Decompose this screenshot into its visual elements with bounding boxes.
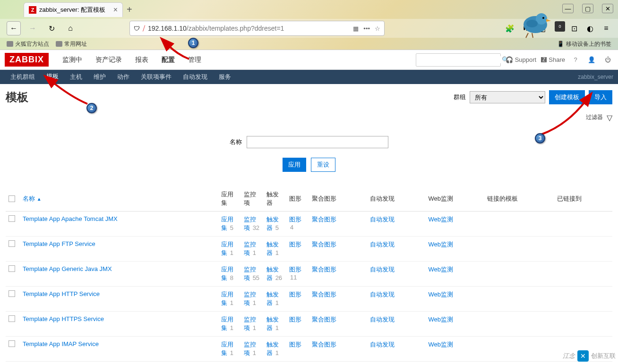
th-linkedto: 已链接到 — [554, 186, 612, 212]
cell-link[interactable]: 自动发现 — [370, 291, 395, 298]
subnav-hosts[interactable]: 主机 — [64, 69, 88, 85]
support-link[interactable]: 🎧 Support — [506, 56, 537, 63]
forward-button[interactable]: → — [26, 21, 40, 35]
logout-icon[interactable]: ⏻ — [602, 54, 613, 66]
pocket-icon[interactable]: ◐ — [585, 23, 595, 34]
cell-link[interactable]: 聚合图形 — [312, 241, 336, 248]
table-row: Template App IMAP Service 应用集 1 监控项 1 触发… — [6, 337, 612, 362]
qr-icon[interactable]: ▦ — [353, 25, 359, 32]
row-checkbox[interactable] — [9, 290, 15, 297]
create-template-button[interactable]: 创建模板 — [549, 90, 585, 104]
row-checkbox[interactable] — [9, 215, 15, 222]
subnav-maintenance[interactable]: 维护 — [88, 69, 112, 85]
filter-icon[interactable]: ▽ — [607, 113, 612, 122]
subnav-services[interactable]: 服务 — [213, 69, 237, 85]
zabbix-logo[interactable]: ZABBIX — [5, 53, 49, 67]
help-icon[interactable]: ? — [570, 54, 581, 66]
maximize-button[interactable]: ▢ — [582, 4, 593, 13]
cell-link[interactable]: 聚合图形 — [312, 316, 336, 323]
template-name-link[interactable]: Template App Apache Tomcat JMX — [23, 215, 118, 222]
browser-tab[interactable]: Z zabbix_server: 配置模板 × — [24, 2, 123, 17]
cell-link[interactable]: 图形 — [289, 216, 301, 223]
cell-link[interactable]: Web监测 — [428, 216, 453, 223]
mobile-icon: 📱 — [557, 41, 564, 47]
cell-link[interactable]: 聚合图形 — [312, 266, 336, 273]
new-tab-button[interactable]: + — [127, 4, 132, 15]
cell-link[interactable]: 图形 — [289, 291, 301, 298]
z-icon: Z — [541, 57, 547, 62]
cell-link[interactable]: 自动发现 — [370, 216, 395, 223]
close-window-button[interactable]: ✕ — [602, 4, 613, 13]
sort-name[interactable]: 名称 ▲ — [23, 195, 42, 202]
row-checkbox[interactable] — [9, 240, 15, 247]
cell-link[interactable]: 聚合图形 — [312, 216, 336, 223]
cell-link[interactable]: 图形 — [289, 266, 301, 273]
minimize-button[interactable]: — — [562, 4, 574, 13]
search-input[interactable] — [416, 56, 502, 63]
cell-link[interactable]: 自动发现 — [370, 316, 395, 323]
nav-monitoring[interactable]: 监测中 — [56, 50, 89, 70]
template-name-link[interactable]: Template App HTTP Service — [23, 290, 100, 297]
import-button[interactable]: 导入 — [589, 90, 612, 104]
template-name-link[interactable]: Template App IMAP Service — [23, 340, 99, 347]
bookmark-firefox[interactable]: 火狐官方站点 — [7, 40, 49, 48]
table-row: Template App LDAP Service 应用集 1 监控项 1 触发… — [6, 362, 612, 364]
filter-apply-button[interactable]: 应用 — [283, 158, 306, 172]
cell-link[interactable]: Web监测 — [428, 266, 453, 273]
nav-configuration[interactable]: 配置 — [155, 50, 181, 70]
more-icon[interactable]: ••• — [363, 25, 370, 32]
bookmark-mobile[interactable]: 📱 移动设备上的书签 — [557, 40, 611, 48]
reload-button[interactable]: ↻ — [44, 21, 59, 35]
subnav-discovery[interactable]: 自动发现 — [177, 69, 213, 85]
shield-icon[interactable]: 🛡 — [134, 25, 140, 32]
cell-link[interactable]: 图形 — [289, 341, 301, 348]
template-name-link[interactable]: Template App Generic Java JMX — [23, 265, 112, 272]
nav-inventory[interactable]: 资产记录 — [89, 50, 129, 70]
cell-link[interactable]: Web监测 — [428, 341, 453, 348]
nav-administration[interactable]: 管理 — [181, 50, 208, 70]
template-name-link[interactable]: Template App FTP Service — [23, 240, 95, 247]
server-name: zabbix_server — [578, 74, 613, 80]
cell-link[interactable]: 图形 — [289, 241, 301, 248]
row-checkbox[interactable] — [9, 315, 15, 322]
home-button[interactable]: ⌂ — [63, 21, 77, 35]
row-checkbox[interactable] — [9, 340, 15, 347]
group-select[interactable]: 所有 — [470, 91, 545, 103]
subnav-actions[interactable]: 动作 — [112, 69, 135, 85]
filter-text[interactable]: 过滤器 — [586, 113, 603, 122]
share-link[interactable]: Z Share — [541, 56, 565, 63]
cell-link[interactable]: 自动发现 — [370, 241, 395, 248]
subnav-correlation[interactable]: 关联项事件 — [135, 69, 177, 85]
cell-link[interactable]: 聚合图形 — [312, 341, 336, 348]
filter-reset-button[interactable]: 重设 — [311, 158, 335, 172]
cell-link[interactable]: 图形 — [289, 316, 301, 323]
close-tab-icon[interactable]: × — [113, 6, 118, 14]
url-bar[interactable]: 🛡 ⧸ 192.168.1.10/zabbix/templates.php?dd… — [129, 21, 385, 36]
cell-link[interactable]: Web监测 — [428, 316, 453, 323]
extension-icon[interactable]: 🧩 — [505, 23, 515, 34]
group-label: 群组 — [454, 93, 466, 102]
watermark-logo-icon: ✕ — [577, 350, 589, 362]
container-icon[interactable]: ⊡ — [569, 23, 579, 34]
tab-favicon: Z — [29, 6, 36, 14]
subnav-templates[interactable]: 模板 — [41, 69, 64, 85]
select-all-checkbox[interactable] — [9, 195, 15, 202]
cell-link[interactable]: 自动发现 — [370, 266, 395, 273]
nav-reports[interactable]: 报表 — [129, 50, 155, 70]
insecure-icon[interactable]: ⧸ — [143, 25, 145, 32]
cell-link[interactable]: 聚合图形 — [312, 291, 336, 298]
template-name-link[interactable]: Template App HTTPS Service — [23, 315, 104, 322]
cell-link[interactable]: Web监测 — [428, 241, 453, 248]
cell-link[interactable]: Web监测 — [428, 291, 453, 298]
bookmark-common[interactable]: 常用网址 — [56, 40, 87, 48]
bookmark-star-icon[interactable]: ☆ — [375, 25, 380, 32]
filter-name-input[interactable] — [247, 136, 388, 148]
cell-link[interactable]: 自动发现 — [370, 341, 395, 348]
back-button[interactable]: ← — [7, 21, 21, 35]
menu-icon[interactable]: ≡ — [601, 23, 611, 34]
subnav-hostgroups[interactable]: 主机群组 — [5, 69, 41, 85]
user-icon[interactable]: 👤 — [586, 54, 597, 66]
row-checkbox[interactable] — [9, 265, 15, 272]
global-search[interactable]: 🔍 — [416, 53, 501, 67]
folder-icon — [7, 41, 13, 47]
